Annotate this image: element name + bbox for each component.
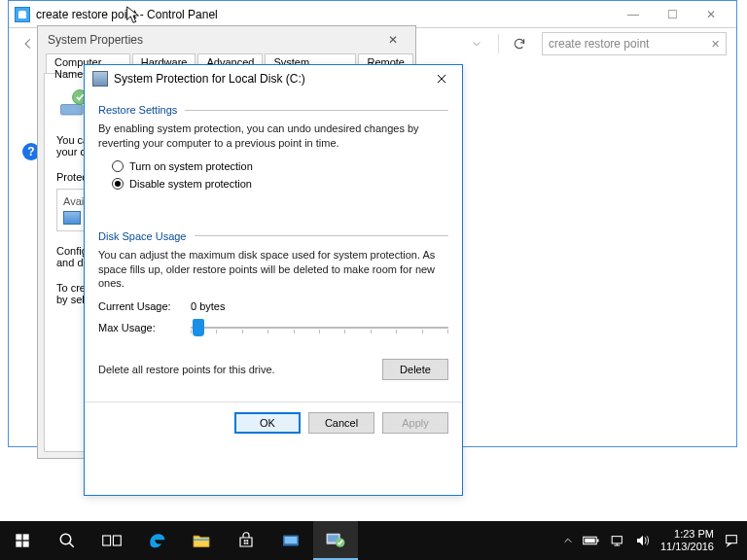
system-properties-close-icon[interactable]: ✕: [380, 29, 406, 51]
cancel-button[interactable]: Cancel: [308, 412, 374, 434]
close-button[interactable]: ✕: [692, 3, 730, 26]
search-input[interactable]: create restore point ✕: [542, 32, 727, 55]
apply-button: Apply: [382, 412, 448, 434]
control-panel-icon: [15, 7, 30, 22]
tray-chevron-up-icon[interactable]: [563, 536, 573, 545]
search-icon[interactable]: [45, 521, 89, 560]
radio-icon: [112, 160, 124, 172]
system-tray[interactable]: 1:23 PM 11/13/2016: [563, 528, 747, 552]
svg-rect-4: [16, 542, 21, 547]
maximize-button[interactable]: ☐: [653, 3, 692, 26]
search-clear-icon[interactable]: ✕: [711, 38, 720, 51]
slider-thumb-icon[interactable]: [193, 319, 204, 336]
svg-point-6: [60, 534, 71, 544]
svg-rect-23: [727, 536, 737, 543]
current-usage-label: Current Usage:: [98, 300, 191, 312]
radio-turn-on[interactable]: Turn on system protection: [112, 160, 448, 172]
delete-button[interactable]: Delete: [382, 359, 448, 380]
svg-rect-22: [612, 537, 622, 543]
delete-restore-points-text: Delete all restore points for this drive…: [98, 363, 382, 377]
radio-turn-on-label: Turn on system protection: [129, 160, 253, 172]
tray-notifications-icon[interactable]: [724, 533, 739, 548]
system-protection-config-window: System Protection for Local Disk (C:) Re…: [84, 64, 463, 496]
svg-rect-3: [23, 534, 29, 540]
svg-rect-20: [597, 540, 599, 542]
max-usage-label: Max Usage:: [98, 322, 191, 333]
search-placeholder: create restore point: [549, 37, 649, 51]
svg-rect-0: [61, 105, 84, 116]
taskbar-app-system[interactable]: [313, 521, 358, 560]
task-view-icon[interactable]: [89, 521, 134, 560]
start-button[interactable]: [0, 521, 45, 560]
minimize-button[interactable]: —: [614, 3, 653, 26]
restore-settings-desc: By enabling system protection, you can u…: [98, 122, 448, 151]
control-panel-titlebar[interactable]: create restore point - Control Panel — ☐…: [9, 1, 736, 28]
current-usage-value: 0 bytes: [191, 300, 225, 312]
svg-rect-10: [244, 540, 246, 542]
tray-network-icon[interactable]: [610, 534, 625, 547]
max-usage-slider[interactable]: [191, 318, 448, 337]
system-properties-titlebar[interactable]: System Properties ✕: [38, 26, 415, 53]
drive-icon: [92, 71, 108, 87]
file-explorer-icon[interactable]: [179, 521, 224, 560]
tray-volume-icon[interactable]: [635, 534, 651, 547]
store-icon[interactable]: [224, 521, 268, 560]
control-panel-title: create restore point - Control Panel: [36, 8, 218, 21]
svg-rect-2: [16, 534, 21, 540]
config-close-icon[interactable]: [429, 68, 454, 89]
svg-rect-5: [23, 542, 29, 547]
taskbar-time: 1:23 PM: [660, 528, 714, 541]
taskbar[interactable]: 1:23 PM 11/13/2016: [0, 521, 747, 560]
svg-rect-11: [246, 540, 248, 542]
svg-rect-21: [585, 539, 595, 543]
refresh-icon[interactable]: [507, 31, 532, 56]
svg-rect-13: [246, 542, 248, 544]
disk-space-usage-desc: You can adjust the maximum disk space us…: [98, 248, 448, 292]
tray-battery-icon[interactable]: [583, 535, 600, 546]
system-properties-title: System Properties: [48, 33, 143, 47]
disk-space-usage-header: Disk Space Usage: [98, 230, 187, 242]
svg-rect-15: [285, 537, 298, 543]
drive-icon: [63, 211, 81, 225]
radio-icon: [112, 178, 124, 190]
radio-disable-label: Disable system protection: [129, 178, 252, 190]
svg-rect-12: [244, 542, 246, 544]
restore-settings-header: Restore Settings: [98, 104, 177, 116]
radio-disable[interactable]: Disable system protection: [112, 178, 448, 190]
svg-rect-7: [103, 536, 111, 545]
svg-rect-9: [194, 539, 209, 541]
svg-rect-8: [113, 536, 121, 545]
ok-button[interactable]: OK: [234, 412, 301, 434]
taskbar-date: 11/13/2016: [660, 541, 714, 553]
config-titlebar[interactable]: System Protection for Local Disk (C:): [85, 65, 462, 92]
taskbar-clock[interactable]: 1:23 PM 11/13/2016: [660, 528, 714, 552]
edge-icon[interactable]: [134, 521, 179, 560]
config-title: System Protection for Local Disk (C:): [114, 72, 305, 86]
taskbar-app-1[interactable]: [268, 521, 313, 560]
nav-recent-icon[interactable]: [463, 30, 490, 57]
